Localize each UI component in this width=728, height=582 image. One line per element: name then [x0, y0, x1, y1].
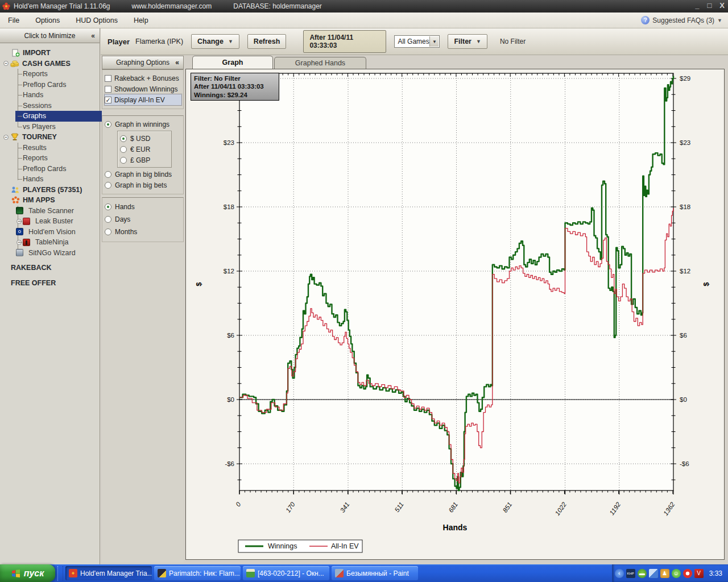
radio-button[interactable]: [120, 135, 127, 142]
menu-file[interactable]: File: [0, 13, 27, 28]
radio-graph-in-winnings[interactable]: Graph in winnings: [105, 119, 181, 130]
checkbox-box[interactable]: ✓: [105, 97, 111, 103]
start-button[interactable]: пуск: [0, 564, 55, 582]
filter-button[interactable]: Filter ▼: [448, 34, 487, 49]
sidebar-item-leak-buster[interactable]: +Leak Buster: [15, 216, 100, 227]
menu-help[interactable]: Help: [126, 13, 156, 28]
radio-graph-in-big-bets[interactable]: Graph in big bets: [105, 180, 181, 190]
change-player-button[interactable]: Change ▼: [191, 34, 239, 49]
radio-button[interactable]: [105, 216, 111, 223]
checkbox-rakeback-bonuses[interactable]: Rakeback + Bonuses: [105, 73, 181, 84]
windows-flag-icon: [11, 569, 20, 578]
radio-button[interactable]: [105, 121, 111, 128]
taskbar-task-table-window[interactable]: [463-020-212] - Окн...: [243, 566, 329, 580]
radio--eur[interactable]: € EUR: [120, 144, 169, 155]
suggested-faqs[interactable]: ? Suggested FAQs (3) ▼: [641, 13, 722, 28]
hide-icons-chevron[interactable]: ‹: [615, 569, 624, 578]
menu-options[interactable]: Options: [27, 13, 68, 28]
sidebar-item-preflop-cards[interactable]: Preflop Cards: [15, 164, 100, 174]
taskbar-task-hm-flower[interactable]: Hold'em Manager Tria...: [65, 566, 152, 580]
people-icon[interactable]: ♟: [660, 569, 669, 578]
radio-hands[interactable]: Hands: [105, 201, 181, 213]
collapse-node-icon[interactable]: −: [3, 61, 9, 66]
sidebar-item-label: Leak Buster: [35, 217, 73, 225]
checkbox-box[interactable]: [105, 75, 111, 82]
date-filter-button[interactable]: After 11/04/11 03:33:03: [303, 30, 386, 53]
radio-graph-in-big-blinds[interactable]: Graph in big blinds: [105, 169, 181, 180]
minimize-button[interactable]: _: [695, 1, 699, 10]
radio-button[interactable]: [105, 203, 111, 210]
sidebar-item-hands[interactable]: Hands: [15, 174, 100, 185]
radio-months[interactable]: Months: [105, 226, 181, 238]
checkbox-display-all-in-ev[interactable]: ✓Display All-In EV: [105, 94, 181, 105]
svg-text:Hands: Hands: [443, 523, 468, 532]
sidebar-section-players-57351-[interactable]: PLAYERS (57351): [3, 185, 100, 196]
sidebar-item-tableninja[interactable]: +TableNinja: [15, 237, 100, 248]
smiley-shades-icon[interactable]: ▬: [638, 569, 647, 578]
sidebar-section-cash-games[interactable]: −CASH GAMES: [3, 59, 100, 69]
checkbox-showdown-winnings[interactable]: Showdown Winnings: [105, 84, 181, 94]
tooltip-filter: Filter: No Filter: [194, 74, 276, 82]
collapse-node-icon[interactable]: −: [3, 135, 9, 140]
winnings-chart-plot[interactable]: $29$29$23$23$18$18$12$12$6$6$0$0-$6-$601…: [186, 69, 724, 559]
close-button[interactable]: X: [719, 1, 725, 10]
tab-graphed-hands[interactable]: Graphed Hands: [274, 57, 366, 69]
svg-text:$: $: [702, 282, 710, 286]
sidebar-section-hm-apps[interactable]: HM APPS: [3, 195, 100, 206]
radio-button[interactable]: [120, 157, 127, 164]
sidebar-minimize-header[interactable]: Click to Minimize «: [0, 28, 100, 43]
svg-text:All-In EV: All-In EV: [331, 542, 359, 550]
taskbar-task-paint[interactable]: Безымянный - Paint: [332, 566, 418, 580]
svg-text:170: 170: [284, 501, 296, 514]
sidebar-item-vs-players[interactable]: vs Players: [15, 122, 100, 132]
expand-node-icon[interactable]: +: [16, 240, 22, 245]
refresh-button[interactable]: Refresh: [247, 34, 287, 49]
sidebar-section-label: CASH GAMES: [22, 60, 71, 68]
sidebar-item-results[interactable]: Results: [15, 143, 100, 153]
sitngo-wizard-icon: [16, 249, 23, 256]
tab-graph[interactable]: Graph: [192, 56, 273, 69]
sidebar-section-free-offer[interactable]: FREE OFFER: [3, 278, 100, 289]
radio--usd[interactable]: $ USD: [120, 133, 169, 144]
restore-button[interactable]: □: [707, 1, 712, 10]
sidebar-item-hold-em-vision[interactable]: Hold'em Vision: [15, 227, 100, 238]
graphing-options-header[interactable]: Graphing Options «: [102, 56, 184, 69]
combo-arrow-icon[interactable]: ▼: [429, 36, 439, 47]
khp-icon[interactable]: KHP: [626, 569, 635, 578]
checkbox-box[interactable]: [105, 86, 111, 93]
menu-hud-options[interactable]: HUD Options: [68, 13, 126, 28]
graph-tooltip: Filter: No Filter After 11/04/11 03:33:0…: [191, 73, 279, 101]
sidebar-item-reports[interactable]: Reports: [15, 69, 100, 80]
games-select[interactable]: All Games ▼: [394, 35, 440, 48]
taskbar-task-parimatch[interactable]: Parimatch: Ник: Flam...: [154, 566, 241, 580]
sidebar-section-rakeback[interactable]: RAKEBACK: [3, 263, 100, 273]
radio-days[interactable]: Days: [105, 213, 181, 226]
radio--gbp[interactable]: £ GBP: [120, 155, 169, 165]
sidebar-item-preflop-cards[interactable]: Preflop Cards: [15, 80, 100, 90]
sidebar-item-label: Results: [23, 144, 47, 152]
radio-button[interactable]: [105, 171, 111, 178]
opera-icon[interactable]: [683, 569, 692, 578]
sidebar-item-label: Hold'em Vision: [28, 228, 76, 236]
expand-node-icon[interactable]: +: [16, 219, 22, 224]
sidebar-section-tourney[interactable]: −TOURNEY: [3, 132, 100, 143]
sidebar-item-reports[interactable]: Reports: [15, 153, 100, 164]
current-filter-status: No Filter: [500, 38, 526, 45]
radio-button[interactable]: [105, 182, 111, 189]
table-scanner-icon: [16, 207, 26, 215]
sidebar-item-sessions[interactable]: Sessions: [15, 101, 100, 111]
svg-text:$29: $29: [680, 75, 690, 82]
network-icon[interactable]: [649, 569, 658, 578]
messenger-icon[interactable]: ☺: [672, 569, 681, 578]
sidebar-item-hands[interactable]: Hands: [15, 90, 100, 101]
window-title: Hold'em Manager Trial 1.11.06g: [14, 2, 110, 10]
sidebar-item-graphs[interactable]: Graphs: [15, 111, 111, 122]
svg-text:$23: $23: [224, 139, 234, 146]
antivirus-flag-icon[interactable]: V: [694, 569, 704, 578]
sidebar-item-sitngo-wizard[interactable]: SitNGo Wizard: [15, 248, 100, 259]
sidebar-item-table-scanner[interactable]: Table Scanner: [15, 206, 100, 217]
quick-launch-separator: [57, 566, 63, 581]
radio-button[interactable]: [120, 146, 127, 153]
sidebar-section-import[interactable]: IMPORT: [3, 48, 100, 59]
radio-button[interactable]: [105, 228, 111, 235]
